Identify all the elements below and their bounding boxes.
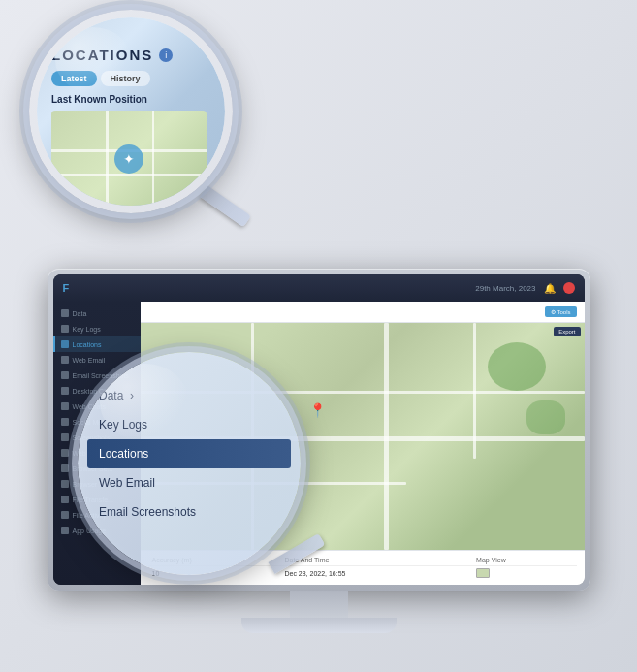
magnifier-1-inner: LOCATIONS i Latest History Last Known Po…: [37, 17, 225, 206]
bell-icon: 🔔: [544, 283, 556, 294]
app-logo: F: [63, 282, 71, 294]
emailscreenshots-icon: [61, 371, 69, 379]
screenshots-icon: [61, 433, 69, 441]
socialmedia-icon: [61, 418, 69, 426]
col-datetime: Date And Time: [280, 555, 472, 566]
menu-item-locations[interactable]: Locations: [87, 439, 291, 468]
magnifier-locations-header: LOCATIONS i Latest History Last Known Po…: [29, 10, 233, 213]
mag1-tabs: Latest History: [51, 71, 210, 86]
sidebar-label-locations: Locations: [73, 341, 102, 348]
webemail-icon: [61, 356, 69, 364]
scene: F 29th March, 2023 🔔 Data: [0, 0, 637, 672]
sidebar-item-webemail[interactable]: Web Email: [53, 352, 141, 368]
sidebar-item-data[interactable]: Data: [53, 305, 141, 321]
data-icon: [61, 309, 69, 317]
sidebar-label-data: Data: [73, 310, 87, 317]
sidebar-label-webemail: Web Email: [73, 357, 106, 364]
mag1-locations-title: LOCATIONS: [51, 47, 153, 63]
tab-history[interactable]: History: [101, 71, 150, 86]
menu-item-webemail[interactable]: Web Email: [87, 468, 291, 497]
monitor-stand-neck: [290, 591, 348, 618]
mini-map: ✦ +: [51, 111, 207, 206]
main-toolbar: ⚙ Tools: [141, 302, 585, 323]
sidebar-item-keylogs[interactable]: Key Logs: [53, 321, 141, 336]
mag1-title-row: LOCATIONS i: [51, 47, 210, 63]
app-header: F 29th March, 2023 🔔: [53, 274, 585, 302]
map-thumbnail[interactable]: [476, 568, 490, 578]
mag1-content: LOCATIONS i Latest History Last Known Po…: [51, 47, 210, 206]
desktopchats-icon: [61, 387, 69, 395]
cell-mapview: [472, 566, 576, 582]
browservisit-icon: [61, 480, 69, 488]
magnifier-2-inner: Data › Key Logs Locations Web Email Emai…: [78, 352, 301, 575]
info-letter: i: [165, 50, 167, 60]
tab-latest[interactable]: Latest: [51, 71, 97, 86]
compass-icon: ✦: [114, 144, 143, 174]
map-pin: 📍: [309, 402, 326, 418]
info-icon[interactable]: i: [159, 48, 173, 62]
sidebar-label-keylogs: Key Logs: [73, 326, 101, 333]
export-button[interactable]: Export: [554, 327, 580, 336]
zoom-in-button[interactable]: +: [55, 190, 69, 204]
webchats-icon: [61, 402, 69, 410]
sidebar-item-locations[interactable]: Locations: [53, 336, 141, 352]
fileactivity-icon: [61, 511, 69, 519]
locations-icon: [61, 340, 69, 348]
menu-item-keylogs[interactable]: Key Logs: [87, 410, 291, 439]
cell-datetime: Dec 28, 2022, 16:55: [280, 566, 472, 582]
close-button[interactable]: [563, 282, 575, 294]
keylogs-icon: [61, 325, 69, 333]
menu-item-emailscreenshots[interactable]: Email Screenshots: [87, 497, 291, 527]
webbrowser-icon: [61, 449, 69, 457]
filetransfer-icon: [61, 496, 69, 503]
header-right: 29th March, 2023 🔔: [475, 282, 574, 294]
browsersearch-icon: [61, 464, 69, 472]
tools-button[interactable]: ⚙ Tools: [545, 306, 577, 317]
header-date: 29th March, 2023: [475, 284, 535, 293]
mag1-subtitle: Last Known Position: [51, 94, 210, 105]
mag2-content: Data › Key Logs Locations Web Email Emai…: [87, 381, 291, 527]
monitor-stand-base: [241, 618, 397, 633]
col-mapview: Map View: [472, 555, 576, 566]
magnifier-menu: Data › Key Logs Locations Web Email Emai…: [78, 352, 301, 575]
appusage-icon: [61, 527, 69, 534]
menu-item-data[interactable]: Data ›: [87, 381, 291, 410]
